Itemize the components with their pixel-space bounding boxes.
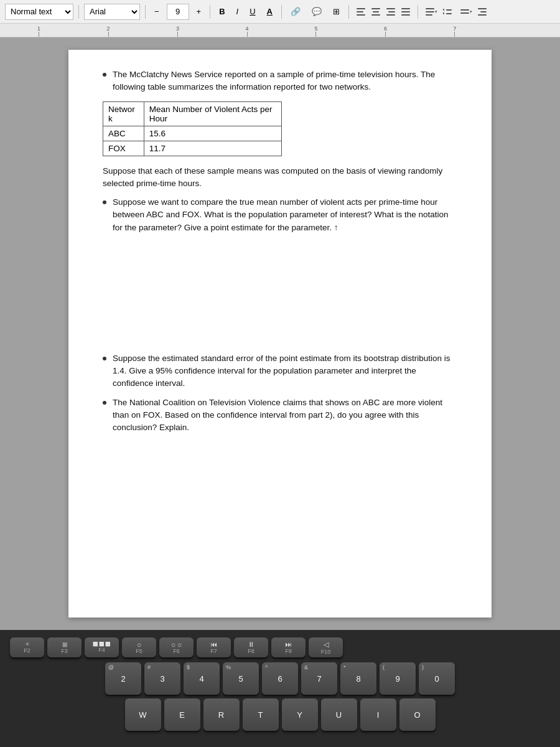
bullet-list-button[interactable] <box>441 5 454 19</box>
ruler-tick-4: 4 <box>246 26 249 37</box>
document-page: The McClatchy News Service reported on a… <box>68 50 492 618</box>
bullet-item-4: The National Coalition on Television Vio… <box>103 397 457 435</box>
table-cell-abc-value: 15.6 <box>144 126 281 141</box>
underline-button[interactable]: U <box>246 4 259 20</box>
style-select[interactable]: Normal text <box>5 4 73 20</box>
link-button[interactable]: 🔗 <box>287 4 304 20</box>
bullet-dot-4 <box>103 401 106 405</box>
ruler-tick-6: 6 <box>384 26 387 37</box>
bullet-dot-3 <box>103 357 106 360</box>
key-f4[interactable]: ⬜ ⬜ ⬜ F4 <box>85 637 119 657</box>
key-asterisk[interactable]: * 8 <box>340 662 376 695</box>
table-cell-abc-name: ABC <box>103 126 144 141</box>
toolbar-divider-6 <box>418 5 418 19</box>
key-t[interactable]: T <box>243 698 279 731</box>
strikethrough-button[interactable]: A <box>263 4 276 20</box>
key-f7[interactable]: ⏮ F7 <box>197 637 231 657</box>
bullet-text-1[interactable]: The McClatchy News Service reported on a… <box>113 68 457 94</box>
align-center-button[interactable] <box>369 5 383 19</box>
key-ampersand[interactable]: & 7 <box>301 662 337 695</box>
font-size-input[interactable] <box>167 4 189 20</box>
toolbar-divider-4 <box>281 5 282 19</box>
indent-button[interactable] <box>475 5 489 19</box>
keyboard: ☀ F2 ⊞ F3 ⬜ ⬜ ⬜ F4 ☼ F5 ☼☼ F6 ⏮ F7 ⏸ <box>0 630 560 747</box>
image-button[interactable]: ⊞ <box>329 4 343 20</box>
table-cell-fox-name: FOX <box>103 141 144 156</box>
key-r[interactable]: R <box>203 698 240 731</box>
toolbar-divider-1 <box>78 5 79 19</box>
table-header-row: Network Mean Number of Violent Acts perH… <box>103 101 282 126</box>
key-close-paren[interactable]: ) 0 <box>419 662 455 695</box>
more-options-button[interactable]: ▾ <box>458 5 472 19</box>
ruler: 1 2 3 4 5 6 7 <box>0 24 560 37</box>
bullet-text-4[interactable]: The National Coalition on Television Vio… <box>113 397 457 435</box>
number-key-row: @ 2 # 3 $ 4 % 5 ^ 6 & 7 * 8 ( 9 <box>10 662 550 695</box>
table-row-abc: ABC 15.6 <box>103 126 282 141</box>
toolbar-divider-2 <box>145 5 146 19</box>
key-o[interactable]: O <box>399 698 436 731</box>
increase-size-button[interactable]: + <box>193 4 205 20</box>
ruler-tick-5: 5 <box>314 26 317 37</box>
bullet-item-2: Suppose we want to compare the true mean… <box>103 196 457 234</box>
decrease-size-button[interactable]: − <box>151 4 163 20</box>
key-percent[interactable]: % 5 <box>223 662 259 695</box>
key-e[interactable]: E <box>164 698 200 731</box>
toolbar: Normal text Arial − + B I U A 🔗 💬 ⊞ <box>0 0 560 24</box>
key-caret[interactable]: ^ 6 <box>262 662 298 695</box>
bullet-item-1: The McClatchy News Service reported on a… <box>103 68 457 94</box>
key-dollar[interactable]: $ 4 <box>184 662 220 695</box>
table-header-col2: Mean Number of Violent Acts perHour <box>144 101 281 126</box>
key-i[interactable]: I <box>360 698 396 731</box>
section-spacer <box>103 240 457 352</box>
alignment-buttons <box>354 5 413 19</box>
ruler-tick-1: 1 <box>37 26 40 37</box>
key-y[interactable]: Y <box>282 698 318 731</box>
key-f2[interactable]: ☀ F2 <box>10 637 44 657</box>
bullet-text-3[interactable]: Suppose the estimated standard error of … <box>113 352 457 390</box>
fn-key-row: ☀ F2 ⊞ F3 ⬜ ⬜ ⬜ F4 ☼ F5 ☼☼ F6 ⏮ F7 ⏸ <box>10 637 550 657</box>
key-hash[interactable]: # 3 <box>144 662 180 695</box>
toolbar-divider-5 <box>348 5 349 19</box>
key-at[interactable]: @ 2 <box>105 662 141 695</box>
bullet-text-2[interactable]: Suppose we want to compare the true mean… <box>113 196 457 234</box>
ruler-tick-3: 3 <box>176 26 179 37</box>
ruler-inner: 1 2 3 4 5 6 7 <box>37 24 523 37</box>
data-table: Network Mean Number of Violent Acts perH… <box>103 101 282 156</box>
bullet-item-3: Suppose the estimated standard error of … <box>103 352 457 390</box>
bullet-dot-1 <box>103 73 106 77</box>
table-cell-fox-value: 11.7 <box>144 141 281 156</box>
suppose-paragraph: Suppose that each of these sample means … <box>103 165 457 190</box>
table-row-fox: FOX 11.7 <box>103 141 282 156</box>
align-left-button[interactable] <box>354 5 368 19</box>
bold-button[interactable]: B <box>215 4 228 20</box>
key-f8[interactable]: ⏸ F8 <box>234 637 268 657</box>
key-f5[interactable]: ☼ F5 <box>122 637 156 657</box>
table-header-col1: Network <box>103 101 144 126</box>
ruler-tick-7: 7 <box>453 26 456 37</box>
italic-button[interactable]: I <box>233 4 243 20</box>
toolbar-divider-3 <box>210 5 210 19</box>
bullet-dot-2 <box>103 200 106 204</box>
align-right-button[interactable] <box>384 5 398 19</box>
key-f10[interactable]: ◁ F10 <box>309 637 343 657</box>
font-select[interactable]: Arial <box>84 4 140 20</box>
line-spacing-button[interactable]: ▾ <box>423 5 437 19</box>
key-open-paren[interactable]: ( 9 <box>380 662 416 695</box>
main-content-area: The McClatchy News Service reported on a… <box>0 37 560 630</box>
key-f6[interactable]: ☼☼ F6 <box>159 637 194 657</box>
key-u[interactable]: U <box>321 698 357 731</box>
key-f3[interactable]: ⊞ F3 <box>47 637 82 657</box>
ruler-tick-2: 2 <box>107 26 110 37</box>
key-w[interactable]: W <box>125 698 161 731</box>
comment-button[interactable]: 💬 <box>308 4 325 20</box>
align-justify-button[interactable] <box>399 5 413 19</box>
qwerty-row: W E R T Y U I O <box>10 698 550 731</box>
key-f9[interactable]: ⏭ F9 <box>271 637 306 657</box>
